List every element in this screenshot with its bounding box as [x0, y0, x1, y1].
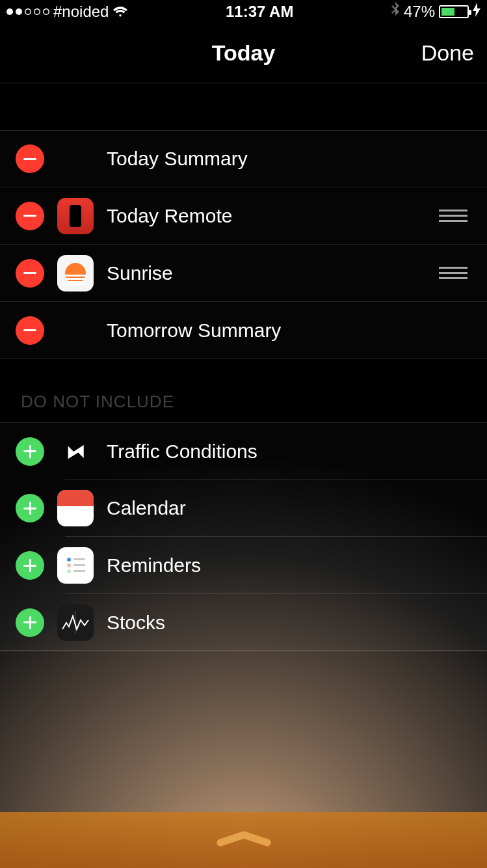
done-button[interactable]: Done: [421, 40, 474, 66]
svg-point-6: [67, 563, 71, 567]
wifi-icon: [112, 3, 128, 21]
calendar-icon: [57, 490, 94, 526]
status-bar: #noided 11:37 AM 47%: [0, 0, 487, 23]
add-button[interactable]: [16, 494, 44, 522]
list-item: Traffic Conditions: [0, 422, 487, 480]
battery-percentage: 47%: [404, 3, 435, 21]
svg-rect-9: [73, 570, 85, 572]
item-label: Today Remote: [107, 205, 426, 227]
add-button[interactable]: [16, 551, 44, 580]
bottom-grabber-bar[interactable]: [0, 812, 487, 868]
reorder-handle-icon[interactable]: [439, 210, 471, 222]
svg-rect-5: [73, 558, 85, 560]
svg-rect-3: [65, 281, 86, 285]
reorder-handle-icon[interactable]: [439, 267, 471, 279]
stocks-icon: [57, 604, 94, 641]
excluded-section-header: DO NOT INCLUDE: [0, 359, 487, 422]
sunrise-icon: [57, 255, 94, 292]
item-label: Traffic Conditions: [107, 441, 471, 463]
bluetooth-icon: [391, 2, 400, 21]
remove-button[interactable]: [16, 259, 44, 288]
excluded-group: Traffic Conditions Calendar Rem: [0, 422, 487, 651]
svg-rect-1: [65, 275, 86, 277]
status-right: 47%: [391, 2, 480, 21]
list-item: Sunrise: [0, 245, 487, 302]
list-item: Today Remote: [0, 187, 487, 245]
reminders-icon: [57, 547, 94, 584]
add-button[interactable]: [16, 608, 44, 637]
widget-list: Today Summary Today Remote Sunrise: [0, 83, 487, 651]
status-left: #noided: [7, 3, 128, 21]
carrier-label: #noided: [53, 3, 109, 21]
item-label: Today Summary: [107, 148, 471, 170]
page-title: Today: [212, 40, 276, 66]
svg-point-8: [67, 569, 71, 573]
item-label: Sunrise: [107, 262, 426, 284]
list-item: Today Summary: [0, 130, 487, 187]
item-label: Reminders: [107, 554, 471, 576]
svg-rect-7: [73, 564, 85, 566]
remove-button[interactable]: [16, 144, 44, 173]
traffic-icon: [57, 433, 94, 470]
remove-button[interactable]: [16, 202, 44, 230]
charging-icon: [473, 3, 480, 21]
included-group: Today Summary Today Remote Sunrise: [0, 130, 487, 359]
signal-strength-icon: [7, 8, 49, 15]
svg-rect-2: [65, 278, 86, 280]
nav-bar: Today Done: [0, 23, 487, 83]
item-label: Stocks: [107, 612, 471, 634]
spacer: [0, 83, 487, 130]
list-item: Tomorrow Summary: [0, 302, 487, 359]
list-item: Stocks: [0, 594, 487, 651]
item-label: Tomorrow Summary: [107, 319, 471, 342]
remove-button[interactable]: [16, 316, 44, 345]
add-button[interactable]: [16, 437, 44, 466]
list-item: Calendar: [0, 480, 487, 537]
list-item: Reminders: [0, 537, 487, 594]
chevron-up-icon: [217, 831, 271, 849]
battery-icon: [439, 5, 469, 18]
status-time: 11:37 AM: [226, 3, 293, 21]
item-label: Calendar: [107, 497, 471, 519]
svg-point-0: [65, 263, 86, 284]
svg-point-4: [67, 558, 71, 562]
today-remote-icon: [57, 198, 94, 234]
